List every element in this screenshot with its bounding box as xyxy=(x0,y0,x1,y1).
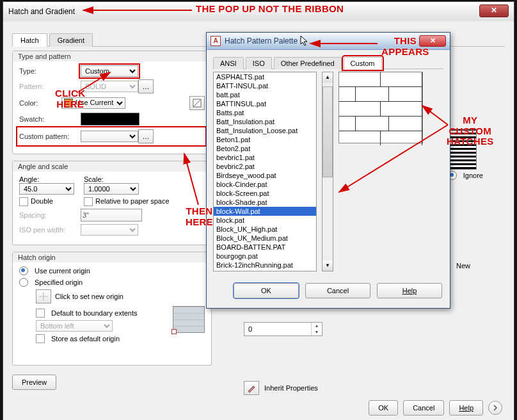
close-button[interactable]: ✕ xyxy=(479,4,509,17)
palette-help-label: Help xyxy=(402,287,417,295)
pattern-file-item[interactable]: BOARD-BATTEN.PAT xyxy=(214,243,316,252)
inherit-icon-button[interactable] xyxy=(244,381,259,395)
hatch-origin-legend: Hatch origin xyxy=(13,252,211,262)
spinner[interactable]: ▲▼ xyxy=(311,323,322,335)
scroll-thumb[interactable] xyxy=(322,86,333,177)
app-icon: A xyxy=(211,36,221,46)
pattern-file-list[interactable]: ASPHALTS.patBATT-INSUL.patbatt.patBATTIN… xyxy=(213,72,317,271)
expand-button[interactable] xyxy=(488,401,502,415)
pattern-file-item[interactable]: Batts.pat xyxy=(214,108,316,117)
specified-origin-radio[interactable] xyxy=(19,278,28,287)
pattern-file-item[interactable]: block-Wall.pat xyxy=(214,207,316,216)
pattern-file-item[interactable]: block-Screen.pat xyxy=(214,189,316,198)
scale-dropdown[interactable]: 1.0000 xyxy=(84,183,139,195)
tolerance-value: 0 xyxy=(248,325,252,333)
dialog-title: Hatch and Gradient xyxy=(8,7,75,16)
color-none-button[interactable] xyxy=(189,96,205,110)
pattern-file-item[interactable]: ASPHALTS.pat xyxy=(214,72,316,81)
custom-pattern-label: Custom pattern: xyxy=(19,133,77,140)
chevron-up-icon: ▲ xyxy=(312,323,322,329)
type-pattern-legend: Type and pattern xyxy=(13,51,211,61)
palette-help-button[interactable]: Help xyxy=(377,283,442,298)
color-label: Color: xyxy=(19,99,58,107)
pattern-file-item[interactable]: BATT-INSUL.pat xyxy=(214,81,316,90)
swatch-label: Swatch: xyxy=(19,115,77,123)
set-origin-button xyxy=(36,289,51,303)
annotation-top: THE POP UP NOT THE RIBBON xyxy=(196,4,344,15)
dialog-footer: OK Cancel Help xyxy=(369,400,502,416)
pattern-dropdown: SOLID xyxy=(81,81,138,92)
pattern-file-item[interactable]: block.pat xyxy=(214,216,316,225)
none-icon xyxy=(193,99,202,108)
scroll-up-icon[interactable]: ▲ xyxy=(322,72,333,83)
pattern-file-item[interactable]: BATTINSUL.pat xyxy=(214,99,316,108)
preview-button[interactable]: Preview xyxy=(12,375,56,390)
store-default-label: Store as default origin xyxy=(51,335,120,343)
pattern-file-item[interactable]: bevbric2.pat xyxy=(214,162,316,171)
pattern-file-item[interactable]: Block_UK_High.pat xyxy=(214,225,316,234)
spacing-input xyxy=(81,209,142,222)
file-list-scrollbar[interactable]: ▲ ▼ xyxy=(322,72,333,271)
iso-pen-dropdown xyxy=(81,224,138,236)
pattern-file-item[interactable]: bevbric1.pat xyxy=(214,153,316,162)
tab-other[interactable]: Other Predefined xyxy=(274,57,342,69)
pattern-file-item[interactable]: batt.pat xyxy=(214,90,316,99)
brush-icon xyxy=(247,384,256,392)
scroll-down-icon[interactable]: ▼ xyxy=(322,261,333,271)
custom-pattern-browse-button[interactable]: … xyxy=(138,129,154,143)
pattern-file-item[interactable]: bourgogn.pat xyxy=(214,252,316,261)
cancel-button[interactable]: Cancel xyxy=(403,400,444,416)
palette-cancel-button[interactable]: Cancel xyxy=(305,283,370,298)
pattern-file-item[interactable]: Beton1.pat xyxy=(214,135,316,144)
cursor-icon xyxy=(300,35,309,47)
inherit-label: Inherit Properties xyxy=(264,384,318,392)
pattern-file-item[interactable]: Batt_Insulation_Loose.pat xyxy=(214,126,316,135)
pattern-file-item[interactable]: Beton2.pat xyxy=(214,144,316,153)
swatch-preview[interactable] xyxy=(81,113,139,125)
tab-hatch[interactable]: Hatch xyxy=(12,33,47,47)
palette-title: Hatch Pattern Palette xyxy=(225,36,298,45)
palette-footer: OK Cancel Help xyxy=(207,278,450,303)
pattern-file-item[interactable]: Birdseye_wood.pat xyxy=(214,171,316,180)
relative-checkbox[interactable] xyxy=(84,197,93,206)
pattern-browse-button[interactable]: … xyxy=(138,79,154,93)
help-button[interactable]: Help xyxy=(449,400,483,416)
annotation-this-appears: THISAPPEARS xyxy=(381,36,429,57)
crosshair-icon xyxy=(39,292,48,301)
chevron-right-icon xyxy=(492,405,498,411)
ok-button[interactable]: OK xyxy=(369,400,398,416)
pattern-file-item[interactable]: block-Cinder.pat xyxy=(214,180,316,189)
tolerance-input[interactable]: 0 ▲▼ xyxy=(244,322,322,336)
tab-iso[interactable]: ISO xyxy=(246,57,272,69)
tab-ansi[interactable]: ANSI xyxy=(213,57,244,69)
annotation-click-here: CLICKHERE xyxy=(55,88,85,109)
pattern-file-item[interactable]: Brick-12inchRunning2.pat xyxy=(214,270,316,271)
scale-label: Scale: xyxy=(84,175,139,183)
angle-scale-legend: Angle and scale xyxy=(13,161,211,172)
click-new-origin-label: Click to set new origin xyxy=(55,293,123,300)
pattern-preview xyxy=(338,72,423,143)
angle-dropdown[interactable]: 45.0 xyxy=(19,183,74,195)
pattern-file-item[interactable]: Brick-12inchRunning.pat xyxy=(214,261,316,270)
default-extents-label: Default to boundary extents xyxy=(51,309,138,317)
tab-custom[interactable]: Custom xyxy=(344,57,382,69)
specified-origin-label: Specified origin xyxy=(35,279,83,286)
use-current-origin-radio[interactable] xyxy=(19,266,28,275)
type-label: Type: xyxy=(19,67,77,75)
double-checkbox[interactable] xyxy=(19,197,28,206)
store-default-checkbox xyxy=(36,334,45,343)
ignore-label: Ignore xyxy=(463,172,483,179)
pattern-file-item[interactable]: Batt_Insulation.pat xyxy=(214,117,316,126)
tab-gradient[interactable]: Gradient xyxy=(49,33,93,47)
custom-pattern-dropdown[interactable] xyxy=(81,131,138,142)
relative-label: Relative to paper space xyxy=(95,197,170,205)
pattern-file-item[interactable]: block-Shade.pat xyxy=(214,198,316,207)
spacing-label: Spacing: xyxy=(19,211,77,219)
hatch-palette-dialog: A Hatch Pattern Palette ✕ ANSI ISO Other… xyxy=(206,32,450,309)
pattern-file-item[interactable]: Block_UK_Medium.pat xyxy=(214,234,316,243)
iso-pen-label: ISO pen width: xyxy=(19,226,77,234)
palette-ok-button[interactable]: OK xyxy=(234,283,299,298)
use-current-origin-label: Use current origin xyxy=(35,267,90,275)
type-dropdown[interactable]: Custom xyxy=(81,65,138,77)
palette-tabstrip: ANSI ISO Other Predefined Custom xyxy=(213,56,443,69)
